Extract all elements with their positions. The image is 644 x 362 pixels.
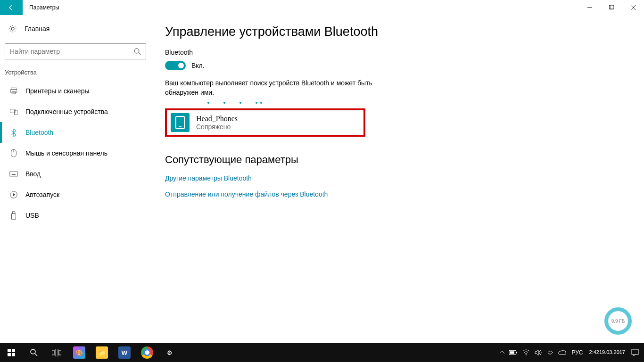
nav-usb[interactable]: USB <box>0 205 151 226</box>
devices-icon <box>8 107 19 116</box>
svg-rect-23 <box>12 349 15 352</box>
nav-label: Мышь и сенсорная панель <box>25 149 107 157</box>
page-heading: Управление устройствами Bluetooth <box>165 25 635 39</box>
bluetooth-icon <box>8 128 19 137</box>
home-link[interactable]: Главная <box>0 21 151 37</box>
chrome-app[interactable] <box>136 343 158 362</box>
svg-rect-20 <box>12 212 15 214</box>
section-label: Устройства <box>0 67 151 81</box>
nav-label: Автозапуск <box>25 191 59 198</box>
sidebar: Главная Устройства Принтеры и сканеры По… <box>0 15 151 343</box>
nav-connected-devices[interactable]: Подключенные устройства <box>0 101 151 122</box>
nav-label: Bluetooth <box>25 129 53 136</box>
svg-rect-28 <box>52 350 54 355</box>
device-highlight-box: Head_Phones Сопряжено <box>165 108 365 137</box>
start-button[interactable] <box>0 343 23 362</box>
svg-rect-30 <box>59 350 61 355</box>
home-label: Главная <box>25 25 50 33</box>
toggle-switch[interactable] <box>165 61 186 70</box>
search-input[interactable] <box>10 48 133 55</box>
nav-autoplay[interactable]: Автозапуск <box>0 184 151 205</box>
svg-rect-33 <box>510 351 514 354</box>
clock-time: 2:42 <box>589 349 599 355</box>
titlebar: Параметры <box>0 0 644 15</box>
taskbar: 🎨 📁 W ⚙ РУС 2:42 19.03.2017 <box>0 343 644 362</box>
tray-chevron-icon[interactable] <box>497 343 507 362</box>
nav-printers[interactable]: Принтеры и сканеры <box>0 81 151 101</box>
bluetooth-device[interactable]: Head_Phones Сопряжено <box>171 113 360 132</box>
svg-rect-22 <box>8 349 11 352</box>
svg-rect-2 <box>610 5 614 9</box>
minimize-button[interactable] <box>579 0 601 15</box>
clock-date: 19.03.2017 <box>599 349 625 355</box>
related-heading: Сопутствующие параметры <box>165 154 635 166</box>
bluetooth-toggle[interactable]: Вкл. <box>165 61 635 70</box>
printer-icon <box>8 87 19 95</box>
nav-typing[interactable]: Ввод <box>0 164 151 184</box>
volume-icon[interactable] <box>532 343 545 362</box>
keyboard-icon <box>8 171 19 177</box>
search-box[interactable] <box>5 43 146 59</box>
svg-rect-7 <box>11 88 17 90</box>
battery-icon[interactable] <box>507 343 520 362</box>
back-button[interactable] <box>0 0 23 15</box>
svg-rect-9 <box>12 92 16 94</box>
nav-label: Ввод <box>25 170 41 178</box>
nav-bluetooth[interactable]: Bluetooth <box>0 122 151 143</box>
device-icon <box>171 113 190 132</box>
svg-rect-24 <box>8 353 11 356</box>
toggle-state-label: Вкл. <box>191 62 205 69</box>
progress-dots <box>165 99 635 104</box>
nav-mouse[interactable]: Мышь и сенсорная панель <box>0 143 151 164</box>
window-title: Параметры <box>29 4 59 11</box>
wifi-icon[interactable] <box>520 343 532 362</box>
device-status: Сопряжено <box>196 123 238 131</box>
link-send-receive[interactable]: Отправление или получение файлов через B… <box>165 190 635 198</box>
svg-line-27 <box>35 354 37 356</box>
active-indicator <box>0 122 2 143</box>
badge-text: 9.9 ГБ <box>611 319 625 324</box>
search-icon <box>133 48 141 55</box>
gear-icon <box>8 25 17 33</box>
svg-rect-35 <box>632 349 638 354</box>
language-indicator[interactable]: РУС <box>569 343 585 362</box>
svg-rect-25 <box>12 353 15 356</box>
svg-line-6 <box>139 53 140 55</box>
svg-point-5 <box>134 49 139 53</box>
maximize-button[interactable] <box>601 0 622 15</box>
onedrive-icon[interactable] <box>556 343 569 362</box>
search-taskbar-icon[interactable] <box>23 343 45 362</box>
task-view-icon[interactable] <box>45 343 68 362</box>
usb-icon <box>8 211 19 220</box>
svg-rect-14 <box>10 172 17 176</box>
nav-label: Подключенные устройства <box>25 108 108 115</box>
svg-point-34 <box>526 354 527 355</box>
autoplay-icon <box>8 190 19 199</box>
explorer-app[interactable]: 📁 <box>91 343 113 362</box>
search-status-text: Ваш компьютер выполняет поиск устройств … <box>165 79 377 97</box>
word-app[interactable]: W <box>113 343 136 362</box>
svg-rect-21 <box>12 214 16 219</box>
bluetooth-label: Bluetooth <box>165 49 635 56</box>
svg-point-26 <box>31 349 35 354</box>
mouse-icon <box>8 149 19 157</box>
data-usage-badge[interactable]: 9.9 ГБ <box>604 307 632 335</box>
close-button[interactable] <box>622 0 644 15</box>
svg-rect-29 <box>55 349 58 356</box>
main-content: Управление устройствами Bluetooth Blueto… <box>151 15 644 343</box>
paint-app[interactable]: 🎨 <box>68 343 91 362</box>
settings-app[interactable]: ⚙ <box>158 343 181 362</box>
nav-label: USB <box>25 212 39 219</box>
action-center-icon[interactable] <box>629 343 641 362</box>
window-controls <box>579 0 644 15</box>
nav-label: Принтеры и сканеры <box>25 87 89 95</box>
device-name: Head_Phones <box>196 115 238 123</box>
svg-rect-11 <box>15 110 17 115</box>
svg-rect-32 <box>516 352 517 354</box>
clock[interactable]: 2:42 19.03.2017 <box>586 343 629 362</box>
svg-rect-8 <box>10 90 17 92</box>
link-more-bt[interactable]: Другие параметры Bluetooth <box>165 174 635 182</box>
tray-app-icon[interactable] <box>545 343 556 362</box>
